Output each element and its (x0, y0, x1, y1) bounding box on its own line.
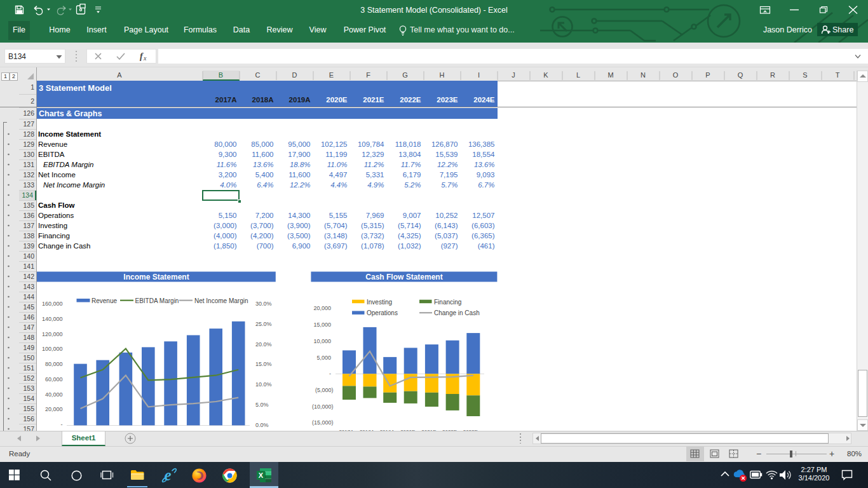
svg-text:30.0%: 30.0% (255, 301, 272, 307)
svg-text:x: x (143, 55, 147, 62)
svg-text:25.0%: 25.0% (255, 321, 272, 327)
svg-text:X: X (259, 471, 264, 479)
svg-text:Net Income Margin: Net Income Margin (194, 297, 248, 304)
svg-text:(15,000): (15,000) (312, 419, 334, 426)
svg-text:Financing: Financing (434, 299, 461, 306)
svg-text:EBITDA Margin: EBITDA Margin (135, 297, 179, 304)
svg-text:Income Statement: Income Statement (123, 273, 189, 281)
svg-text:10.0%: 10.0% (255, 381, 272, 388)
svg-text:100,000: 100,000 (42, 346, 63, 352)
svg-text:140,000: 140,000 (42, 316, 63, 322)
svg-text:10,000: 10,000 (313, 338, 331, 344)
svg-text:-: - (61, 421, 63, 428)
svg-text:160,000: 160,000 (42, 301, 63, 307)
svg-text:15,000: 15,000 (313, 322, 331, 328)
svg-text:0.0%: 0.0% (255, 422, 269, 428)
svg-text:-: - (329, 370, 331, 377)
svg-text:60,000: 60,000 (45, 376, 63, 383)
svg-text:5.0%: 5.0% (255, 402, 269, 408)
svg-text:Change in Cash: Change in Cash (434, 309, 480, 316)
svg-text:80,000: 80,000 (45, 361, 63, 367)
svg-text:20,000: 20,000 (45, 406, 63, 412)
svg-text:Operations: Operations (367, 309, 398, 316)
svg-text:Revenue: Revenue (92, 297, 117, 304)
svg-text:Investing: Investing (367, 299, 392, 306)
svg-text:20,000: 20,000 (313, 305, 331, 311)
svg-text:20.0%: 20.0% (255, 341, 272, 348)
svg-text:15.0%: 15.0% (255, 361, 272, 367)
svg-text:(5,000): (5,000) (315, 387, 334, 393)
svg-text:40,000: 40,000 (45, 391, 63, 398)
svg-text:120,000: 120,000 (42, 331, 63, 337)
svg-text:(10,000): (10,000) (312, 403, 334, 410)
svg-text:5,000: 5,000 (316, 355, 331, 361)
svg-text:Cash Flow Statement: Cash Flow Statement (365, 273, 442, 281)
